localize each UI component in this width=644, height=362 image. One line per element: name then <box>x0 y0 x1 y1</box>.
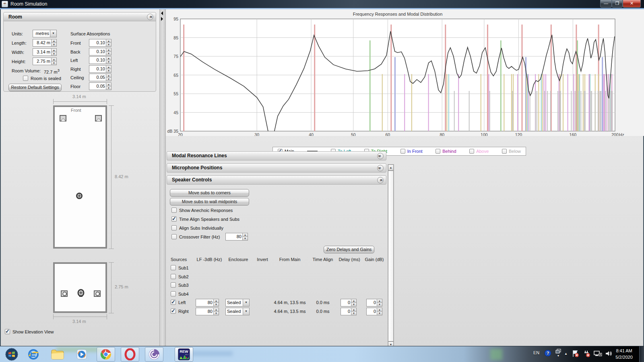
section-speaker-controls[interactable]: Speaker Controls » <box>167 175 386 185</box>
time-align-checkbox[interactable] <box>171 216 177 222</box>
spinner-arrows-icon[interactable]: ▲▼ <box>106 39 111 46</box>
right-enclosure-dropdown[interactable]: Sealed▼ <box>225 308 250 315</box>
spinner-arrows-icon[interactable]: ▲▼ <box>51 49 56 56</box>
section-modal-resonance[interactable]: Modal Resonance Lines » <box>167 151 386 160</box>
legend-checkbox[interactable] <box>502 149 507 154</box>
dropdown-arrow-icon[interactable]: ▼ <box>243 299 249 306</box>
right-lf-spinner[interactable]: 80▲▼ <box>196 308 219 315</box>
vertical-scrollbar[interactable]: ▲ ▼ <box>388 164 394 348</box>
legend-checkbox[interactable] <box>436 149 440 154</box>
sub2-enable-checkbox[interactable] <box>171 274 176 279</box>
windows-explorer-icon[interactable] <box>48 347 67 362</box>
left-gain-spinner[interactable]: 0▲▼ <box>366 299 382 306</box>
expand-modal-icon[interactable]: » <box>377 153 384 159</box>
scrollbar-thumb[interactable] <box>388 171 394 341</box>
left-lf-spinner[interactable]: 80▲▼ <box>196 299 219 306</box>
left-delay-spinner[interactable]: 0▲▼ <box>341 299 357 306</box>
absorption-back-spinner[interactable]: 0.10▲▼ <box>89 48 111 56</box>
room-panel-header[interactable]: Room » <box>4 12 156 21</box>
align-subs-checkbox[interactable] <box>171 225 177 230</box>
internet-explorer-icon[interactable] <box>24 347 43 362</box>
spinner-arrows-icon[interactable]: ▲▼ <box>351 308 356 315</box>
legend-checkbox[interactable] <box>469 149 474 154</box>
absorption-floor-spinner[interactable]: 0.05▲▼ <box>89 82 111 90</box>
expand-right-icon[interactable] <box>161 17 163 21</box>
units-dropdown[interactable]: metres▼ <box>33 30 57 37</box>
collapse-left-icon[interactable] <box>161 11 163 15</box>
language-indicator[interactable]: EN <box>533 350 539 355</box>
start-button[interactable] <box>2 347 21 362</box>
maximize-button[interactable]: ❐ <box>612 0 623 8</box>
spinner-arrows-icon[interactable]: ▲▼ <box>213 299 219 306</box>
collapse-room-icon[interactable]: » <box>147 14 153 20</box>
rew-taskbar-button[interactable]: REWV5.1 <box>175 347 193 362</box>
restore-window-tray-icon[interactable]: ▼ <box>555 349 561 357</box>
section-mic-title: Microphone Positions <box>172 165 222 171</box>
elevation-right-speaker-icon[interactable] <box>94 290 101 297</box>
spinner-arrows-icon[interactable]: ▲▼ <box>351 299 356 306</box>
close-button[interactable]: ✕ <box>623 0 641 8</box>
bittorrent-icon[interactable] <box>145 347 163 362</box>
restore-defaults-button[interactable]: Restore Default Settings <box>8 84 62 91</box>
spinner-arrows-icon[interactable]: ▲▼ <box>213 308 219 315</box>
listener-icon[interactable] <box>76 192 83 200</box>
spinner-arrows-icon[interactable]: ▲▼ <box>106 57 111 64</box>
dropdown-arrow-icon[interactable]: ▼ <box>50 30 56 37</box>
spinner-arrows-icon[interactable]: ▲▼ <box>51 39 56 46</box>
show-hidden-icons-icon[interactable]: ▲ <box>564 352 568 356</box>
crossover-checkbox[interactable] <box>171 234 177 239</box>
media-player-icon[interactable] <box>72 347 91 362</box>
zero-delays-gains-button[interactable]: Zero Delays and Gains <box>324 246 374 253</box>
height-spinner[interactable]: 2.75 m▲▼ <box>33 58 57 65</box>
spinner-arrows-icon[interactable]: ▲▼ <box>377 308 382 315</box>
collapse-speaker-icon[interactable]: » <box>377 177 384 183</box>
right-gain-spinner[interactable]: 0▲▼ <box>366 308 382 315</box>
spinner-arrows-icon[interactable]: ▲▼ <box>377 299 382 306</box>
volume-tray-icon[interactable] <box>605 350 613 358</box>
move-subs-midpoints-button[interactable]: Move subs to wall midpoints <box>170 198 249 206</box>
taskbar-clock[interactable]: 8:41 AM 5/2/2020 <box>615 348 633 360</box>
network-tray-icon[interactable] <box>593 350 602 358</box>
split-pane-divider[interactable] <box>159 9 166 346</box>
left-speaker-icon[interactable] <box>60 115 66 121</box>
right-speaker-icon[interactable] <box>95 115 102 121</box>
absorption-front-spinner[interactable]: 0.10▲▼ <box>89 39 111 47</box>
elevation-listener-icon[interactable] <box>77 289 85 298</box>
spinner-arrows-icon[interactable]: ▲▼ <box>106 66 111 72</box>
move-subs-corners-button[interactable]: Move subs to corners <box>170 189 249 197</box>
section-microphone-positions[interactable]: Microphone Positions » <box>167 163 386 173</box>
absorption-ceiling-spinner[interactable]: 0.05▲▼ <box>89 74 111 81</box>
help-tray-icon[interactable]: ? <box>544 350 551 358</box>
left-enable-checkbox[interactable] <box>171 300 176 305</box>
show-elevation-checkbox[interactable] <box>5 329 10 334</box>
power-status-icon[interactable] <box>583 350 591 358</box>
length-spinner[interactable]: 8.42 m▲▼ <box>33 39 57 47</box>
left-enclosure-dropdown[interactable]: Sealed▼ <box>225 299 250 306</box>
width-spinner[interactable]: 3.14 m▲▼ <box>33 48 57 56</box>
dropdown-arrow-icon[interactable]: ▼ <box>243 308 249 315</box>
absorption-left-spinner[interactable]: 0.10▲▼ <box>89 56 111 64</box>
scroll-up-icon[interactable]: ▲ <box>388 165 394 171</box>
show-anechoic-checkbox[interactable] <box>171 208 177 213</box>
spinner-arrows-icon[interactable]: ▲▼ <box>106 48 111 55</box>
spinner-arrows-icon[interactable]: ▲▼ <box>106 74 111 81</box>
absorption-right-spinner[interactable]: 0.10▲▼ <box>89 65 111 73</box>
expand-mic-icon[interactable]: » <box>377 165 384 171</box>
elevation-left-speaker-icon[interactable] <box>61 290 68 297</box>
spinner-arrows-icon[interactable]: ▲▼ <box>242 233 248 240</box>
right-enable-checkbox[interactable] <box>171 309 176 314</box>
sub3-enable-checkbox[interactable] <box>171 282 176 288</box>
chrome-icon[interactable] <box>97 347 115 362</box>
legend-checkbox[interactable] <box>400 149 405 154</box>
minimize-button[interactable]: — <box>600 0 612 8</box>
room-sealed-checkbox[interactable] <box>23 76 28 81</box>
show-desktop-button[interactable] <box>639 346 644 362</box>
sub1-enable-checkbox[interactable] <box>171 265 176 270</box>
crossover-spinner[interactable]: 80▲▼ <box>225 233 248 241</box>
spinner-arrows-icon[interactable]: ▲▼ <box>51 58 56 65</box>
sub4-enable-checkbox[interactable] <box>171 291 176 296</box>
opera-icon[interactable] <box>121 347 139 362</box>
action-center-flag-icon[interactable] <box>572 350 580 358</box>
spinner-arrows-icon[interactable]: ▲▼ <box>106 83 111 90</box>
right-delay-spinner[interactable]: 0▲▼ <box>341 308 357 315</box>
